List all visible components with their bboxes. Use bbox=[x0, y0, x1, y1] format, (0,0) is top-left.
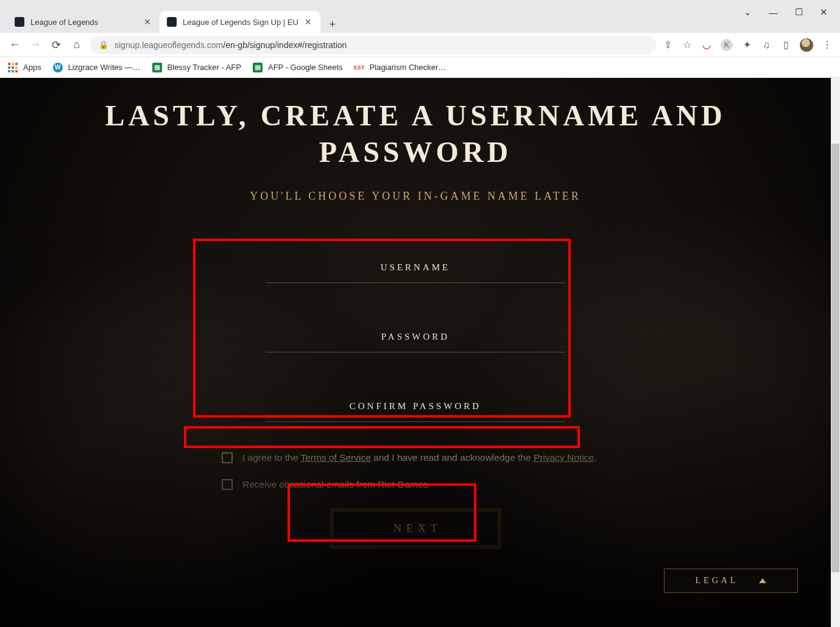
url-host: signup.leagueoflegends.com/en-gb/signup/… bbox=[115, 40, 347, 50]
viewport: LASTLY, CREATE A USERNAME AND PASSWORD Y… bbox=[0, 78, 840, 627]
avatar[interactable] bbox=[800, 38, 813, 52]
address-bar[interactable]: 🔒 signup.leagueoflegends.com/en-gb/signu… bbox=[90, 36, 656, 54]
kebab-menu-icon[interactable]: ⋮ bbox=[822, 40, 833, 51]
side-panel-icon[interactable]: ▯ bbox=[780, 40, 791, 51]
bookmark-label: Apps bbox=[23, 63, 41, 72]
bookmark-afp-sheets[interactable]: ▦ AFP - Google Sheets bbox=[252, 62, 343, 73]
new-tab-button[interactable]: + bbox=[324, 16, 341, 33]
tab-title: League of Legends Sign Up | EU bbox=[183, 18, 298, 27]
bookmark-label: AFP - Google Sheets bbox=[268, 63, 343, 72]
bookmark-label: Lizgrace Writes —… bbox=[68, 63, 141, 72]
profile-k-icon[interactable]: K bbox=[721, 39, 733, 51]
window-titlebar bbox=[0, 0, 840, 9]
input-underline bbox=[266, 421, 565, 422]
favicon-icon bbox=[167, 17, 177, 27]
bookmark-lizgrace[interactable]: W Lizgrace Writes —… bbox=[52, 62, 141, 73]
forward-button[interactable]: → bbox=[28, 38, 43, 51]
legal-label: LEGAL bbox=[696, 576, 739, 586]
input-underline bbox=[266, 352, 565, 352]
confirm-password-label: CONFIRM PASSWORD bbox=[241, 401, 590, 412]
bookmark-label: Plagiarism Checker… bbox=[370, 63, 446, 72]
back-button[interactable]: ← bbox=[7, 38, 22, 51]
reading-list-icon[interactable]: ♫ bbox=[761, 40, 772, 51]
title-line1: LASTLY, CREATE A USERNAME AND bbox=[105, 99, 725, 131]
star-icon[interactable]: ☆ bbox=[682, 40, 693, 51]
username-label: USERNAME bbox=[241, 262, 590, 273]
chevron-up-icon bbox=[759, 578, 766, 583]
page-scrollbar[interactable] bbox=[831, 78, 840, 627]
password-label: PASSWORD bbox=[241, 332, 590, 342]
scrollbar-thumb[interactable] bbox=[831, 144, 839, 572]
lock-icon: 🔒 bbox=[99, 40, 108, 49]
username-field[interactable]: USERNAME bbox=[239, 251, 592, 288]
legal-menu[interactable]: LEGAL bbox=[664, 569, 798, 593]
apps-grid-icon bbox=[7, 62, 18, 73]
bookmark-apps[interactable]: Apps bbox=[7, 62, 41, 73]
sheets-icon: ▦ bbox=[152, 62, 163, 73]
input-underline bbox=[266, 282, 565, 283]
share-icon[interactable]: ⇪ bbox=[662, 40, 673, 51]
window-close-icon[interactable]: ✕ bbox=[820, 7, 828, 18]
tabstrip: League of Legends ✕ League of Legends Si… bbox=[0, 9, 840, 33]
wordpress-icon: W bbox=[52, 62, 63, 73]
credentials-form: USERNAME PASSWORD CONFIRM PASSWORD bbox=[227, 237, 604, 433]
window-controls: ⌄ — ☐ ✕ bbox=[732, 0, 840, 24]
toolbar-right-icons: ⇪ ☆ ◡ K ✦ ♫ ▯ ⋮ bbox=[662, 38, 833, 52]
reload-button[interactable]: ⟳ bbox=[49, 38, 63, 52]
page-title: LASTLY, CREATE A USERNAME AND PASSWORD bbox=[0, 97, 831, 170]
window-maximize-icon[interactable]: ☐ bbox=[795, 7, 803, 18]
window-dropdown-icon[interactable]: ⌄ bbox=[744, 7, 752, 18]
bookmark-blessy-tracker[interactable]: ▦ Blessy Tracker - AFP bbox=[152, 62, 241, 73]
sheets-icon: ▦ bbox=[252, 62, 263, 73]
title-line2: PASSWORD bbox=[319, 136, 512, 168]
confirm-password-field[interactable]: CONFIRM PASSWORD bbox=[239, 390, 592, 427]
page-content: LASTLY, CREATE A USERNAME AND PASSWORD Y… bbox=[0, 78, 831, 627]
window-minimize-icon[interactable]: — bbox=[769, 7, 778, 18]
extensions-icon[interactable]: ✦ bbox=[741, 40, 752, 51]
page-heading: LASTLY, CREATE A USERNAME AND PASSWORD bbox=[0, 78, 831, 170]
mcafee-icon[interactable]: ◡ bbox=[701, 40, 712, 51]
tab-league-of-legends[interactable]: League of Legends ✕ bbox=[7, 11, 160, 33]
tab-close-icon[interactable]: ✕ bbox=[144, 17, 151, 27]
bookmark-plagiarism-checker[interactable]: SST Plagiarism Checker… bbox=[354, 62, 446, 73]
tab-title: League of Legends bbox=[30, 18, 138, 27]
bookmarks-bar: Apps W Lizgrace Writes —… ▦ Blessy Track… bbox=[0, 57, 840, 78]
tab-close-icon[interactable]: ✕ bbox=[305, 17, 312, 27]
browser-toolbar: ← → ⟳ ⌂ 🔒 signup.leagueoflegends.com/en-… bbox=[0, 33, 840, 57]
home-button[interactable]: ⌂ bbox=[69, 38, 84, 51]
tab-signup-active[interactable]: League of Legends Sign Up | EU ✕ bbox=[160, 11, 320, 33]
password-field[interactable]: PASSWORD bbox=[239, 321, 592, 357]
favicon-icon bbox=[15, 17, 24, 27]
sst-icon: SST bbox=[354, 62, 365, 73]
bookmark-label: Blessy Tracker - AFP bbox=[168, 63, 241, 72]
